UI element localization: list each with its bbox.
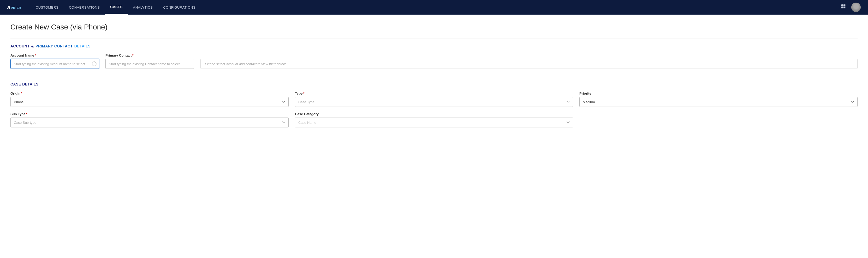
primary-contact-label: Primary Contact* [105,53,194,57]
nav-analytics[interactable]: ANALYTICS [128,0,158,14]
primary-contact-group: Primary Contact* [105,53,194,69]
primary-contact-input[interactable] [105,59,194,69]
section-divider-middle [10,74,858,74]
svg-rect-0 [841,4,843,6]
contact-details-group: Please select Account and contact to vie… [200,53,858,69]
case-details-label: CASE DETAILS [10,82,39,86]
svg-rect-2 [845,4,846,6]
primary-contact-required: * [132,53,133,57]
svg-rect-7 [843,9,845,9]
subtype-label: Sub Type* [10,112,289,116]
account-name-group: Account Name* [10,53,99,69]
svg-rect-8 [845,9,846,9]
account-name-label: Account Name* [10,53,99,57]
contact-details-box: Please select Account and contact to vie… [200,59,858,69]
case-details-section: CASE DETAILS Origin* Phone Email Web In … [10,82,858,127]
navbar: a ppian CUSTOMERS CONVERSATIONS CASES AN… [0,0,868,14]
case-form-row-1: Origin* Phone Email Web In Person Type* … [10,91,858,107]
type-label: Type* [295,91,573,96]
case-details-header: CASE DETAILS [10,82,858,86]
origin-group: Origin* Phone Email Web In Person [10,91,289,107]
account-name-spinner [92,62,97,66]
svg-rect-6 [841,9,843,9]
svg-rect-3 [841,6,843,8]
priority-select[interactable]: Low Medium High Critical [579,97,858,107]
appian-logo[interactable]: a ppian [7,4,21,10]
user-avatar[interactable] [851,3,861,12]
logo-text: ppian [11,5,21,9]
case-form-row-2: Sub Type* Case Sub-type Case Category Ca… [10,112,858,127]
account-name-input-wrapper [10,59,99,69]
account-section-header: ACCOUNT & PRIMARY CONTACT DETAILS [10,44,858,48]
logo-letter-a: a [7,4,10,10]
grid-icon[interactable] [841,4,846,11]
subtype-required: * [26,112,27,116]
type-group: Type* Case Type Technical Billing Genera… [295,91,573,107]
svg-rect-5 [845,6,846,8]
nav-conversations[interactable]: CONVERSATIONS [64,0,105,14]
type-required: * [303,91,304,96]
section-header-separator: & [31,44,34,48]
priority-label: Priority [579,91,858,96]
nav-configurations[interactable]: CONFIGURATIONS [158,0,201,14]
main-content: Create New Case (via Phone) ACCOUNT & PR… [0,14,868,143]
nav-cases[interactable]: CASES [105,0,128,14]
priority-group: Priority Low Medium High Critical [579,91,858,107]
category-group: Case Category Case Name [295,112,573,127]
account-name-input[interactable] [10,59,99,69]
svg-rect-4 [843,6,845,8]
nav-right [841,3,861,12]
svg-rect-1 [843,4,845,6]
origin-label: Origin* [10,91,289,96]
page-title: Create New Case (via Phone) [10,23,858,31]
section-header-details: DETAILS [74,44,91,48]
section-header-primary-contact: PRIMARY CONTACT [35,44,73,48]
account-form-row: Account Name* Primary Contact* Please se… [10,53,858,69]
category-select[interactable]: Case Name [295,117,573,127]
origin-select[interactable]: Phone Email Web In Person [10,97,289,107]
avatar-image [851,3,861,12]
section-header-account: ACCOUNT [10,44,30,48]
category-label: Case Category [295,112,573,116]
account-name-required: * [35,53,36,57]
contact-details-placeholder: Please select Account and contact to vie… [205,62,287,66]
nav-links: CUSTOMERS CONVERSATIONS CASES ANALYTICS … [31,0,841,14]
subtype-select[interactable]: Case Sub-type [10,117,289,127]
contact-details-label [200,53,858,57]
type-select[interactable]: Case Type Technical Billing General [295,97,573,107]
nav-customers[interactable]: CUSTOMERS [31,0,64,14]
origin-required: * [21,91,22,96]
subtype-group: Sub Type* Case Sub-type [10,112,289,127]
